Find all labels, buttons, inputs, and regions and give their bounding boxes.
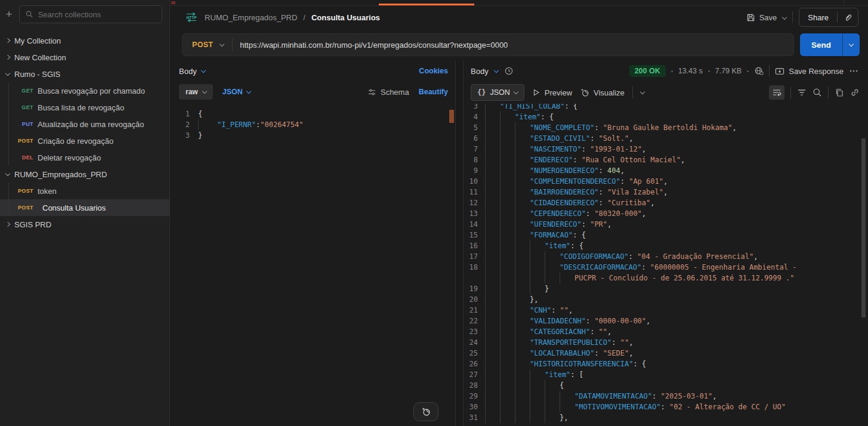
status-badge[interactable]: 200 OK [629, 65, 666, 77]
preview-button[interactable]: Preview [532, 88, 572, 97]
collections-tree: My CollectionNew CollectionRumo - SGISGE… [0, 29, 169, 233]
sidebar-item-collection[interactable]: SGIS PRD [0, 216, 169, 233]
chevron-down-icon [200, 67, 205, 72]
scrollbar-thumb[interactable] [449, 110, 454, 123]
response-time[interactable]: 13.43 s [678, 67, 703, 75]
request-body-tab[interactable]: Body [179, 67, 197, 76]
send-button[interactable]: Send [800, 33, 843, 56]
collections-search[interactable] [19, 5, 162, 23]
breadcrumb-collection[interactable]: RUMO_Empregados_PRD [205, 13, 297, 22]
sidebar-item-collection[interactable]: My Collection [0, 32, 169, 49]
copy-link-button[interactable] [838, 13, 858, 22]
active-tab-indicator [379, 4, 474, 5]
save-dropdown-chevron-icon[interactable] [782, 15, 787, 20]
history-icon[interactable] [504, 66, 514, 76]
method-badge: GET [0, 88, 33, 94]
line-number: 1 [174, 109, 198, 119]
response-panel: Body 200 OK 13.43 s 7.79 KB [464, 61, 868, 426]
response-body-tab[interactable]: Body [471, 67, 489, 76]
schema-button[interactable]: Schema [367, 88, 409, 97]
response-link-button[interactable] [850, 88, 860, 97]
copy-icon [835, 88, 844, 97]
workspace: Body Cookies raw JSON [170, 61, 868, 426]
line-number: 27 [464, 369, 485, 380]
line-number: 8 [464, 155, 485, 165]
line-number: 3 [174, 130, 198, 141]
code-line: 5"NOME_COMPLETO": "Bruna Gaulke Bertoldi… [464, 122, 868, 133]
code-line: 7"NASCIMENTO": "1993-01-12", [464, 144, 868, 155]
line-number: 15 [464, 230, 485, 240]
code-line: 3"TI_HIST_COLAB": { [464, 104, 868, 112]
more-options-icon[interactable] [849, 67, 858, 75]
send-options-button[interactable] [843, 33, 860, 56]
sidebar-item-request[interactable]: GETBusca revogação por chamado [0, 82, 169, 99]
save-button[interactable]: Save [746, 13, 777, 22]
copy-response-button[interactable] [835, 88, 844, 97]
code-line: 2"I_PERNR":"00264754" [174, 119, 455, 130]
response-size[interactable]: 7.79 KB [715, 67, 742, 75]
line-number: 5 [464, 122, 485, 133]
share-group: Share [799, 8, 858, 27]
method-badge: POST [0, 138, 33, 144]
tab-strip[interactable] [170, 0, 868, 6]
code-line: 27"item": [ [464, 369, 868, 380]
wrap-text-button[interactable] [769, 85, 784, 100]
main-area: HTTP RUMO_Empregados_PRD / Consulta Usua… [170, 0, 868, 426]
sidebar-item-request[interactable]: PUTAtualização de uma revogação [0, 116, 169, 132]
sidebar-item-request[interactable]: POSTCriação de revogação [0, 132, 169, 149]
code-line: 4"item": { [464, 112, 868, 122]
response-format-label: JSON [490, 88, 509, 97]
scrollbar-thumb[interactable] [861, 138, 866, 317]
response-body-viewer[interactable]: 3"TI_HIST_COLAB": {4"item": {5"NOME_COMP… [464, 104, 868, 426]
code-line: 1{ [174, 109, 455, 119]
filter-icon [797, 88, 807, 97]
beautify-button[interactable]: Beautify [419, 88, 448, 96]
code-line: 9"NUMEROENDERECO": 404, [464, 165, 868, 176]
dot-separator [671, 70, 673, 72]
visualize-button[interactable]: Visualize [580, 88, 625, 97]
request-body-editor[interactable]: 1{2"I_PERNR":"00264754"3} [174, 103, 455, 426]
method-badge: PUT [0, 121, 33, 127]
line-number: 3 [464, 104, 485, 112]
method-chevron-icon [220, 41, 224, 46]
chevron-right-icon [5, 38, 10, 43]
method-badge: GET [0, 104, 33, 110]
search-response-button[interactable] [813, 88, 822, 97]
url-input[interactable]: https://wapi.minhati.com.br/rumo-pi/v1/e… [240, 41, 508, 50]
postbot-button[interactable] [413, 402, 438, 421]
filter-button[interactable] [797, 88, 807, 97]
line-number: 11 [464, 187, 485, 197]
request-label: Deletar revogação [38, 153, 101, 162]
code-line: 8"ENDERECO": "Rua Cel Ottoni Maciel", [464, 155, 868, 165]
line-number: 6 [464, 133, 485, 144]
network-globe-icon[interactable] [754, 66, 764, 76]
chevron-down-icon[interactable] [640, 89, 645, 94]
code-line: 21"CNH": "", [464, 305, 868, 316]
language-dropdown[interactable]: JSON [223, 88, 251, 96]
cookies-link[interactable]: Cookies [419, 67, 448, 75]
line-number: 4 [464, 112, 485, 122]
sidebar-item-request[interactable]: POSTConsulta Usuarios [0, 199, 169, 216]
code-line: 23"CATEGORIACNH": "", [464, 326, 868, 337]
save-response-button[interactable]: Save Response [775, 67, 844, 76]
method-select[interactable]: POST [183, 41, 220, 49]
request-label: token [38, 187, 57, 196]
search-input[interactable] [38, 10, 156, 19]
code-line: 11"BAIRROENDERECO": "Vila Izabel", [464, 187, 868, 197]
line-number: 28 [464, 380, 485, 391]
sidebar-item-request[interactable]: POSTtoken [0, 183, 169, 199]
sidebar-item-request[interactable]: GETBusca lista de revogação [0, 99, 169, 116]
body-type-dropdown[interactable]: raw [179, 84, 213, 100]
sidebar-item-collection[interactable]: New Collection [0, 49, 169, 66]
sidebar-item-collection[interactable]: RUMO_Empregados_PRD [0, 166, 169, 183]
panel-splitter[interactable] [455, 61, 464, 426]
share-button[interactable]: Share [799, 13, 837, 22]
line-number: 9 [464, 165, 485, 176]
response-format-dropdown[interactable]: {} JSON [471, 84, 524, 101]
breadcrumb-separator: / [303, 13, 305, 22]
url-field[interactable]: POST https://wapi.minhati.com.br/rumo-pi… [182, 33, 794, 56]
sidebar-item-collection[interactable]: Rumo - SGIS [0, 66, 169, 82]
code-line: 26"HISTORICOTRANSFERENCIA": { [464, 359, 868, 369]
new-collection-button[interactable]: + [2, 8, 16, 21]
sidebar-item-request[interactable]: DELDeletar revogação [0, 149, 169, 166]
